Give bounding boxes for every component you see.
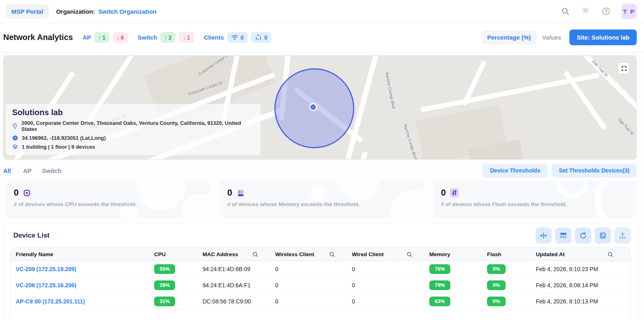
tab-ap[interactable]: AP <box>23 167 31 174</box>
decorative-ring <box>594 181 637 218</box>
site-map[interactable]: Corporate Center Dr Corporate Center Dr … <box>3 55 637 160</box>
cpu-cell: 31% <box>154 297 203 306</box>
cpu-icon <box>23 189 31 197</box>
cpu-threshold-description: # of devices whose CPU exceeds the thres… <box>14 201 201 207</box>
tab-switch[interactable]: Switch <box>42 167 61 174</box>
columns-icon[interactable] <box>555 227 571 244</box>
device-link[interactable]: AP-C9:00 (172.25.201.111) <box>16 298 85 305</box>
set-thresholds-button[interactable]: Set Thresholds Devices(3) <box>552 164 637 177</box>
cpu-badge: 55% <box>154 264 175 274</box>
memory-badge: 76% <box>429 264 450 274</box>
friendly-name-cell: AP-C9:00 (172.25.201.111) <box>10 298 154 305</box>
cpu-exceed-count: 0 <box>14 187 19 198</box>
flash-badge: 0% <box>487 297 506 306</box>
updated-at-cell: Feb 4, 2026, 8:10:23 PM <box>536 266 630 272</box>
map-road-label: Rancho Conejo Blvd <box>385 72 396 109</box>
wireless-client-cell: 0 <box>275 282 352 288</box>
bell-icon[interactable] <box>581 6 591 17</box>
flash-badge: 0% <box>487 264 506 274</box>
memory-threshold-card: 0 # of devices whose Memory exceeds the … <box>219 181 423 218</box>
flash-sliders-icon <box>450 188 459 197</box>
column-header-wired-client: Wired Client <box>352 251 429 257</box>
ap-up-badge: ↑1 <box>94 32 110 43</box>
fullscreen-icon[interactable] <box>618 62 630 74</box>
cpu-cell: 28% <box>154 280 203 290</box>
column-header-wireless-client: Wireless Client <box>275 251 352 257</box>
wired-client-cell: 0 <box>352 282 429 288</box>
analytics-controls: Percentage (%) Values Site: Solutions la… <box>481 29 637 45</box>
updated-at-cell: Feb 4, 2026, 8:08:14 PM <box>536 282 630 288</box>
column-label: MAC Address <box>203 251 238 257</box>
location-pin-icon <box>12 123 18 129</box>
ap-down-badge: ↓6 <box>113 32 128 43</box>
clients-label: Clients <box>204 34 224 41</box>
table-row: VC-206 (172.25.16.206) 28% 94:24:E1:4D:6… <box>10 277 630 293</box>
mac-cell: 94:24:E1:4D:6A:F1 <box>203 282 275 288</box>
site-coordinates-row: 34.196962, -118.923051 (Lat,Long) <box>12 135 254 141</box>
flash-cell: 0% <box>487 264 536 274</box>
table-toolbar <box>535 227 631 244</box>
device-link[interactable]: VC-209 (172.25.19.209) <box>16 266 76 272</box>
column-header-updated-at: Updated At <box>536 251 630 257</box>
column-search-icon[interactable] <box>252 251 258 257</box>
site-summary: 1 building | 1 floor | 9 devices <box>22 144 95 150</box>
refresh-icon[interactable] <box>575 227 591 244</box>
column-header-flash: Flash <box>487 251 536 257</box>
external-link-icon[interactable] <box>595 227 611 244</box>
flash-exceed-count: 0 <box>441 187 446 198</box>
column-search-icon[interactable] <box>329 251 335 257</box>
help-icon[interactable] <box>602 7 611 16</box>
layers-icon <box>12 144 18 150</box>
flash-badge: 0% <box>487 280 506 290</box>
top-bar: MSP Portal Organization: Switch Organiza… <box>0 0 644 23</box>
mac-cell: 94:24:E1:4D:8B:09 <box>203 266 275 272</box>
wired-client-cell: 0 <box>352 266 429 272</box>
search-icon[interactable] <box>561 7 570 16</box>
switch-up-badge: ↑2 <box>160 32 176 43</box>
wired-clients-badge: 0 <box>251 32 272 43</box>
memory-exceed-count: 0 <box>227 187 232 198</box>
friendly-name-cell: VC-206 (172.25.16.206) <box>10 282 154 288</box>
switch-down-badge: ↓1 <box>179 32 194 43</box>
page-title: Network Analytics <box>3 33 73 42</box>
column-label: Updated At <box>536 251 565 257</box>
column-search-icon[interactable] <box>607 251 613 257</box>
memory-cell: 76% <box>429 264 487 274</box>
switch-label: Switch <box>138 34 157 41</box>
arrow-up-icon: ↑ <box>164 34 167 41</box>
user-avatar[interactable]: T P <box>621 4 637 19</box>
switch-stats: Switch ↑2 ↓1 <box>138 32 194 43</box>
wireless-clients-badge: 0 <box>227 32 248 43</box>
cpu-badge: 28% <box>154 280 175 290</box>
hub-icon <box>255 34 262 41</box>
tab-all[interactable]: All <box>3 167 11 174</box>
cpu-badge: 31% <box>154 297 175 306</box>
device-filter-tabs: All AP Switch Device Thresholds Set Thre… <box>3 164 637 177</box>
column-header-mac-address: MAC Address <box>203 251 275 257</box>
table-row-empty <box>10 309 630 320</box>
table-row: VC-209 (172.25.19.209) 55% 94:24:E1:4D:8… <box>10 261 630 277</box>
site-marker[interactable] <box>309 103 317 111</box>
memory-icon <box>236 189 245 197</box>
device-thresholds-button[interactable]: Device Thresholds <box>483 164 548 177</box>
device-link[interactable]: VC-206 (172.25.16.206) <box>16 282 76 288</box>
memory-threshold-description: # of devices whose Memory exceeds the th… <box>227 201 415 207</box>
arrow-down-icon: ↓ <box>117 34 119 41</box>
column-header-friendly-name: Friendly Name <box>10 251 154 257</box>
site-selector-button[interactable]: Site: Solutions lab <box>569 29 637 45</box>
arrow-down-icon: ↓ <box>183 34 186 41</box>
msp-portal-badge[interactable]: MSP Portal <box>6 4 49 19</box>
column-search-icon[interactable] <box>406 251 412 257</box>
site-coordinates: 34.196962, -118.923051 (Lat,Long) <box>22 135 106 141</box>
organization-link[interactable]: Switch Organization <box>98 8 157 15</box>
memory-cell: 63% <box>429 297 487 306</box>
toggle-percentage[interactable]: Percentage (%) <box>481 30 536 44</box>
column-header-cpu: CPU <box>154 251 203 257</box>
map-road-label: Rancho Conejo Blvd <box>403 124 418 160</box>
organization-label: Organization: <box>56 8 95 15</box>
toggle-values[interactable]: Values <box>542 34 562 41</box>
wifi-icon <box>231 34 238 40</box>
collapse-icon[interactable] <box>535 227 552 244</box>
memory-cell: 79% <box>429 280 487 290</box>
upload-icon[interactable] <box>615 227 631 244</box>
